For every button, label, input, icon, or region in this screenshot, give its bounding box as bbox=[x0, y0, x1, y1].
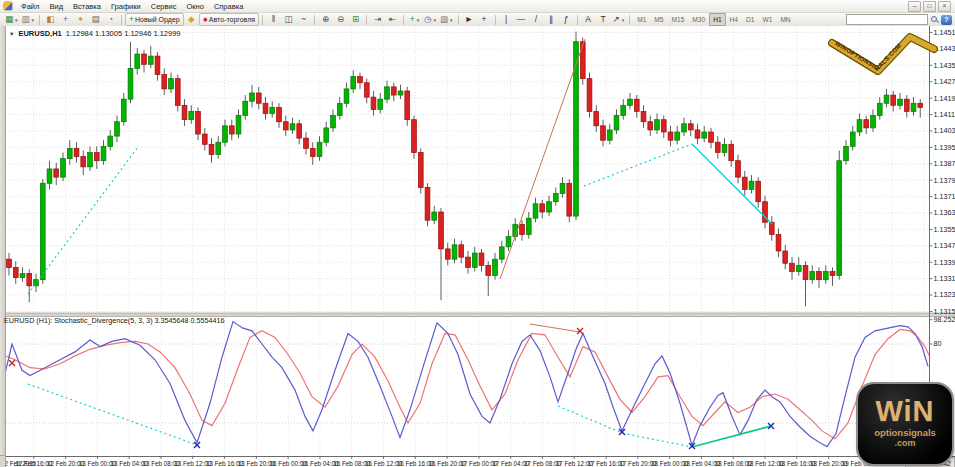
candle bbox=[425, 187, 430, 220]
timeframe-h4[interactable]: H4 bbox=[726, 13, 742, 26]
strategy-tester-button[interactable]: ◔ bbox=[103, 13, 118, 26]
candle bbox=[398, 91, 403, 95]
cursor-icon: ► bbox=[465, 15, 473, 24]
periods-icon: ◷ bbox=[424, 15, 431, 24]
bar-chart-button[interactable]: ‖ bbox=[266, 13, 281, 26]
candle bbox=[898, 99, 903, 105]
terminal-button[interactable]: ▤ bbox=[88, 13, 103, 26]
candle bbox=[560, 183, 565, 193]
zoom-out-icon: ⊖ bbox=[337, 15, 344, 24]
candle bbox=[493, 259, 498, 275]
candle bbox=[803, 265, 808, 279]
candle bbox=[607, 130, 612, 140]
left-panel-splitter[interactable] bbox=[0, 26, 6, 455]
candle bbox=[297, 124, 302, 138]
profiles-icon: ▥ bbox=[22, 15, 30, 24]
search-icon[interactable] bbox=[931, 16, 938, 23]
timeframe-m30[interactable]: M30 bbox=[688, 13, 709, 26]
candle bbox=[47, 169, 52, 183]
candle bbox=[479, 253, 484, 265]
tile-windows-button[interactable]: ⊞ bbox=[348, 13, 363, 26]
menu-item-1[interactable]: Вид bbox=[44, 1, 68, 12]
candle bbox=[837, 161, 842, 276]
vline-button[interactable]: | bbox=[499, 13, 514, 26]
svg-text:1.13715: 1.13715 bbox=[934, 192, 955, 201]
menu-item-5[interactable]: Окно bbox=[181, 1, 208, 12]
main-menu: ФайлВидВставкаГрафикиСервисОкноСправка bbox=[16, 1, 248, 12]
candle bbox=[891, 95, 896, 105]
periods-button[interactable]: ◷▾ bbox=[422, 13, 438, 26]
window-controls: –□× bbox=[908, 1, 952, 12]
candle bbox=[648, 122, 653, 130]
candle bbox=[776, 235, 781, 251]
new-order-button[interactable]: +Новый Ордер bbox=[125, 13, 184, 26]
timeframe-m5[interactable]: M5 bbox=[650, 13, 667, 26]
svg-text:1.13315: 1.13315 bbox=[934, 274, 955, 283]
candle bbox=[682, 124, 687, 132]
candle bbox=[216, 142, 221, 154]
templates-button[interactable]: ▨▾ bbox=[438, 13, 455, 26]
chart-shift-button[interactable]: ⇤ bbox=[385, 13, 400, 26]
zoom-in-button[interactable]: ⊕ bbox=[318, 13, 333, 26]
candle bbox=[27, 274, 32, 286]
svg-text:1.13475: 1.13475 bbox=[934, 241, 955, 250]
restore-button[interactable]: □ bbox=[923, 1, 936, 12]
new-chart-button[interactable]: ▦▾ bbox=[3, 13, 20, 26]
menu-item-6[interactable]: Справка bbox=[209, 1, 248, 12]
market-watch-button[interactable]: ◧ bbox=[43, 13, 58, 26]
auto-scroll-button[interactable]: ⇥ bbox=[370, 13, 385, 26]
indicators-button[interactable]: +▾ bbox=[407, 13, 422, 26]
text-button[interactable]: A bbox=[581, 13, 596, 26]
trendline-button[interactable]: / bbox=[529, 13, 544, 26]
timeframe-mn[interactable]: MN bbox=[776, 13, 794, 26]
data-window-button[interactable]: + bbox=[58, 13, 73, 26]
toolbar-separator bbox=[366, 15, 367, 25]
watermark-win-logo: WiN optionsignals .com bbox=[858, 384, 952, 464]
candle bbox=[412, 120, 417, 153]
candlestick-chart-button[interactable]: ◫ bbox=[281, 13, 296, 26]
metaeditor-button[interactable]: ◆ bbox=[184, 13, 199, 26]
candle bbox=[661, 120, 666, 132]
candle bbox=[263, 103, 268, 113]
candle bbox=[655, 120, 660, 130]
menu-item-2[interactable]: Вставка bbox=[68, 1, 106, 12]
help-icon[interactable]: ? bbox=[941, 15, 952, 25]
arrows-button[interactable]: ↗▾ bbox=[611, 13, 627, 26]
profiles-button[interactable]: ▥▾ bbox=[20, 13, 37, 26]
label-button[interactable]: T bbox=[596, 13, 611, 26]
search-input[interactable] bbox=[846, 14, 928, 25]
chart-canvas[interactable]: 1.145151.144351.143551.142751.141951.141… bbox=[0, 26, 955, 467]
candle bbox=[850, 132, 855, 146]
candle bbox=[148, 56, 153, 64]
zoom-out-button[interactable]: ⊖ bbox=[333, 13, 348, 26]
candle bbox=[391, 87, 396, 95]
menu-item-0[interactable]: Файл bbox=[16, 1, 44, 12]
hline-button[interactable]: — bbox=[514, 13, 529, 26]
candle bbox=[628, 99, 633, 105]
line-chart-button[interactable]: ~ bbox=[296, 13, 311, 26]
timeframe-m1[interactable]: M1 bbox=[633, 13, 650, 26]
vline-icon: | bbox=[505, 15, 507, 24]
crosshair-button[interactable]: + bbox=[477, 13, 492, 26]
close-button[interactable]: × bbox=[938, 1, 951, 12]
svg-text:1.13555: 1.13555 bbox=[934, 225, 955, 234]
timeframe-m15[interactable]: M15 bbox=[668, 13, 689, 26]
menu-item-4[interactable]: Сервис bbox=[146, 1, 182, 12]
menu-bar: ФайлВидВставкаГрафикиСервисОкноСправка –… bbox=[0, 0, 955, 13]
candle bbox=[506, 237, 511, 247]
candle bbox=[169, 79, 174, 89]
timeframe-h1[interactable]: H1 bbox=[709, 13, 725, 26]
minimize-button[interactable]: – bbox=[908, 1, 921, 12]
channel-button[interactable]: ∥ bbox=[544, 13, 559, 26]
autotrading-button[interactable]: ●Авто-торговля bbox=[199, 13, 259, 26]
text-icon: A bbox=[585, 15, 591, 24]
timeframe-w1[interactable]: W1 bbox=[758, 13, 776, 26]
candle bbox=[378, 99, 383, 109]
timeframe-d1[interactable]: D1 bbox=[742, 13, 758, 26]
menu-item-3[interactable]: Графики bbox=[106, 1, 146, 12]
navigator-button[interactable]: ✦ bbox=[73, 13, 88, 26]
cursor-button[interactable]: ► bbox=[462, 13, 477, 26]
candles bbox=[7, 31, 923, 306]
fibonacci-button[interactable]: ƒ bbox=[559, 13, 574, 26]
candle bbox=[668, 132, 673, 140]
